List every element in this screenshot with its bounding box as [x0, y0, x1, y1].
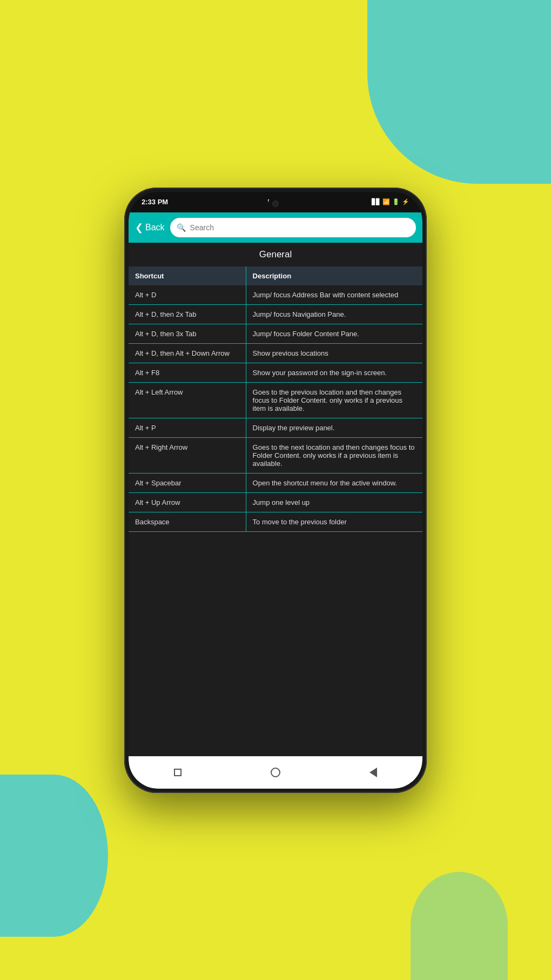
shortcut-cell: Alt + Spacebar: [129, 474, 246, 492]
nav-circle-icon: [271, 768, 280, 777]
table-row: Alt + SpacebarOpen the shortcut menu for…: [129, 474, 422, 493]
table-row: Alt + DJump/ focus Address Bar with cont…: [129, 285, 422, 305]
bottom-navigation: [129, 756, 422, 789]
phone-wrapper: 2:33 PM P ▊▊ 📶 🔋 ⚡ ❮ Back: [124, 188, 427, 793]
wifi-icon: 📶: [382, 198, 390, 205]
header-shortcut: Shortcut: [129, 266, 246, 285]
nav-back-button[interactable]: [365, 764, 381, 781]
status-time: 2:33 PM: [142, 198, 168, 206]
bg-teal-bottom-left: [0, 775, 108, 937]
shortcut-cell: Alt + D, then 3x Tab: [129, 324, 246, 343]
battery-icon: 🔋: [392, 198, 400, 205]
table-row: Alt + D, then 3x TabJump/ focus Folder C…: [129, 324, 422, 344]
shortcut-cell: Alt + Right Arrow: [129, 438, 246, 473]
table-row: Alt + D, then Alt + Down ArrowShow previ…: [129, 344, 422, 363]
header-description: Description: [246, 266, 422, 285]
shortcut-cell: Alt + Up Arrow: [129, 493, 246, 512]
table-row: Alt + D, then 2x TabJump/ focus Navigati…: [129, 305, 422, 324]
description-cell: Jump/ focus Navigation Pane.: [246, 305, 422, 324]
camera-dot: [272, 201, 279, 207]
signal-icon: ▊▊: [372, 198, 380, 205]
description-cell: Goes to the next location and then chang…: [246, 438, 422, 473]
shortcut-cell: Alt + D, then 2x Tab: [129, 305, 246, 324]
status-icons: ▊▊ 📶 🔋 ⚡: [372, 198, 409, 205]
table-header: Shortcut Description: [129, 266, 422, 285]
search-input[interactable]: [190, 223, 409, 232]
screen: 2:33 PM P ▊▊ 📶 🔋 ⚡ ❮ Back: [129, 192, 422, 789]
phone-outer: 2:33 PM P ▊▊ 📶 🔋 ⚡ ❮ Back: [124, 188, 427, 793]
shortcut-cell: Alt + P: [129, 418, 246, 437]
description-cell: Open the shortcut menu for the active wi…: [246, 474, 422, 492]
description-cell: Show previous locations: [246, 344, 422, 363]
back-button[interactable]: ❮ Back: [135, 222, 165, 234]
bolt-icon: ⚡: [402, 198, 409, 205]
table-row: Alt + PDisplay the preview panel.: [129, 418, 422, 438]
description-cell: Display the preview panel.: [246, 418, 422, 437]
top-navigation-bar: ❮ Back 🔍: [129, 212, 422, 243]
table-row: Alt + Up ArrowJump one level up: [129, 493, 422, 512]
table-row: Alt + Left ArrowGoes to the previous loc…: [129, 383, 422, 418]
description-cell: Jump one level up: [246, 493, 422, 512]
description-cell: Jump/ focus Folder Content Pane.: [246, 324, 422, 343]
description-cell: Goes to the previous location and then c…: [246, 383, 422, 418]
search-icon: 🔍: [177, 223, 186, 232]
table-row: Alt + F8Show your password on the sign-i…: [129, 363, 422, 383]
description-cell: Show your password on the sign-in screen…: [246, 363, 422, 382]
table-row: Alt + Right ArrowGoes to the next locati…: [129, 438, 422, 474]
shortcut-cell: Alt + D, then Alt + Down Arrow: [129, 344, 246, 363]
nav-home-button[interactable]: [267, 764, 284, 781]
table-body: Alt + DJump/ focus Address Bar with cont…: [129, 285, 422, 532]
back-chevron-icon: ❮: [135, 222, 143, 234]
shortcut-cell: Alt + F8: [129, 363, 246, 382]
table-row: BackspaceTo move to the previous folder: [129, 512, 422, 532]
main-content: General Shortcut Description Alt + DJump…: [129, 243, 422, 756]
nav-recent-button[interactable]: [170, 764, 186, 781]
section-title: General: [129, 243, 422, 266]
back-label: Back: [145, 223, 165, 232]
phone-inner: 2:33 PM P ▊▊ 📶 🔋 ⚡ ❮ Back: [129, 192, 422, 789]
nav-square-icon: [174, 769, 182, 776]
camera-notch: [268, 196, 283, 211]
bg-green-bottom-right: [411, 872, 508, 980]
shortcut-cell: Alt + D: [129, 285, 246, 304]
description-cell: Jump/ focus Address Bar with content sel…: [246, 285, 422, 304]
nav-triangle-icon: [369, 768, 377, 777]
bg-teal-top-right: [367, 0, 551, 184]
search-box[interactable]: 🔍: [170, 218, 416, 237]
description-cell: To move to the previous folder: [246, 512, 422, 531]
shortcut-cell: Alt + Left Arrow: [129, 383, 246, 418]
shortcut-cell: Backspace: [129, 512, 246, 531]
